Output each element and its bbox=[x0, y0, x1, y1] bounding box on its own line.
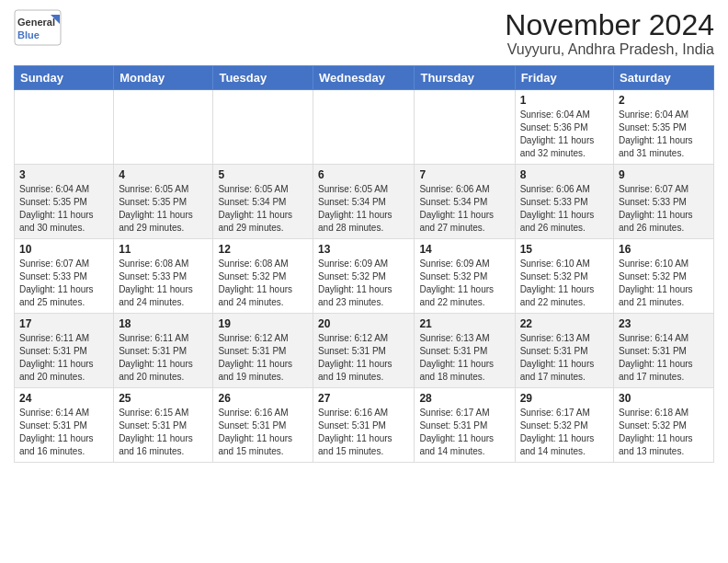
calendar-cell: 30Sunrise: 6:18 AMSunset: 5:32 PMDayligh… bbox=[614, 388, 714, 463]
day-number: 19 bbox=[218, 317, 308, 330]
calendar-cell: 24Sunrise: 6:14 AMSunset: 5:31 PMDayligh… bbox=[15, 388, 114, 463]
calendar-cell: 1Sunrise: 6:04 AMSunset: 5:36 PMDaylight… bbox=[515, 90, 613, 165]
day-info: Sunrise: 6:17 AMSunset: 5:31 PMDaylight:… bbox=[419, 407, 509, 458]
svg-text:General: General bbox=[17, 17, 55, 28]
title-section: November 2024 Vuyyuru, Andhra Pradesh, I… bbox=[505, 9, 714, 58]
calendar-cell: 8Sunrise: 6:06 AMSunset: 5:33 PMDaylight… bbox=[515, 165, 613, 239]
page: GeneralBlue November 2024 Vuyyuru, Andhr… bbox=[0, 0, 728, 472]
day-number: 16 bbox=[619, 243, 709, 256]
day-info: Sunrise: 6:10 AMSunset: 5:32 PMDaylight:… bbox=[520, 258, 609, 309]
logo: GeneralBlue bbox=[14, 9, 62, 46]
day-number: 14 bbox=[419, 243, 509, 256]
day-info: Sunrise: 6:14 AMSunset: 5:31 PMDaylight:… bbox=[19, 407, 108, 458]
calendar-header-row: SundayMondayTuesdayWednesdayThursdayFrid… bbox=[15, 66, 714, 90]
calendar-cell: 14Sunrise: 6:09 AMSunset: 5:32 PMDayligh… bbox=[415, 239, 515, 314]
calendar-cell bbox=[313, 90, 415, 165]
day-info: Sunrise: 6:11 AMSunset: 5:31 PMDaylight:… bbox=[19, 332, 108, 384]
calendar-cell: 5Sunrise: 6:05 AMSunset: 5:34 PMDaylight… bbox=[213, 165, 313, 239]
day-info: Sunrise: 6:14 AMSunset: 5:31 PMDaylight:… bbox=[619, 332, 709, 384]
day-info: Sunrise: 6:08 AMSunset: 5:32 PMDaylight:… bbox=[218, 258, 308, 309]
day-number: 27 bbox=[318, 392, 409, 405]
calendar-week-1: 1Sunrise: 6:04 AMSunset: 5:36 PMDaylight… bbox=[15, 90, 714, 165]
day-number: 6 bbox=[318, 168, 409, 181]
calendar-cell: 4Sunrise: 6:05 AMSunset: 5:35 PMDaylight… bbox=[114, 165, 213, 239]
weekday-header-monday: Monday bbox=[114, 66, 213, 90]
day-info: Sunrise: 6:07 AMSunset: 5:33 PMDaylight:… bbox=[19, 258, 108, 309]
day-number: 22 bbox=[520, 317, 609, 330]
weekday-header-thursday: Thursday bbox=[415, 66, 515, 90]
month-title: November 2024 bbox=[505, 9, 714, 41]
logo-icon: GeneralBlue bbox=[14, 9, 62, 46]
day-number: 23 bbox=[619, 317, 709, 330]
day-number: 21 bbox=[419, 317, 509, 330]
calendar-cell: 25Sunrise: 6:15 AMSunset: 5:31 PMDayligh… bbox=[114, 388, 213, 463]
calendar-week-3: 10Sunrise: 6:07 AMSunset: 5:33 PMDayligh… bbox=[15, 239, 714, 314]
calendar-cell bbox=[114, 90, 213, 165]
day-number: 29 bbox=[520, 392, 609, 405]
day-info: Sunrise: 6:04 AMSunset: 5:35 PMDaylight:… bbox=[619, 109, 709, 160]
calendar-cell: 16Sunrise: 6:10 AMSunset: 5:32 PMDayligh… bbox=[614, 239, 714, 314]
day-number: 26 bbox=[218, 392, 308, 405]
location-title: Vuyyuru, Andhra Pradesh, India bbox=[505, 41, 714, 58]
day-number: 18 bbox=[119, 317, 208, 330]
day-info: Sunrise: 6:05 AMSunset: 5:35 PMDaylight:… bbox=[119, 183, 208, 235]
weekday-header-friday: Friday bbox=[515, 66, 613, 90]
day-info: Sunrise: 6:18 AMSunset: 5:32 PMDaylight:… bbox=[619, 407, 709, 458]
day-number: 5 bbox=[218, 168, 308, 181]
calendar-cell: 18Sunrise: 6:11 AMSunset: 5:31 PMDayligh… bbox=[114, 314, 213, 388]
calendar-cell: 28Sunrise: 6:17 AMSunset: 5:31 PMDayligh… bbox=[415, 388, 515, 463]
calendar-cell: 12Sunrise: 6:08 AMSunset: 5:32 PMDayligh… bbox=[213, 239, 313, 314]
day-info: Sunrise: 6:13 AMSunset: 5:31 PMDaylight:… bbox=[520, 332, 609, 384]
weekday-header-saturday: Saturday bbox=[614, 66, 714, 90]
calendar-cell: 23Sunrise: 6:14 AMSunset: 5:31 PMDayligh… bbox=[614, 314, 714, 388]
day-info: Sunrise: 6:04 AMSunset: 5:35 PMDaylight:… bbox=[19, 183, 108, 235]
calendar-cell: 15Sunrise: 6:10 AMSunset: 5:32 PMDayligh… bbox=[515, 239, 613, 314]
day-number: 28 bbox=[419, 392, 509, 405]
day-number: 17 bbox=[19, 317, 108, 330]
calendar-week-5: 24Sunrise: 6:14 AMSunset: 5:31 PMDayligh… bbox=[15, 388, 714, 463]
weekday-header-tuesday: Tuesday bbox=[213, 66, 313, 90]
calendar-cell: 20Sunrise: 6:12 AMSunset: 5:31 PMDayligh… bbox=[313, 314, 415, 388]
calendar-table: SundayMondayTuesdayWednesdayThursdayFrid… bbox=[14, 65, 714, 463]
day-number: 3 bbox=[19, 168, 108, 181]
day-number: 4 bbox=[119, 168, 208, 181]
calendar-cell: 29Sunrise: 6:17 AMSunset: 5:32 PMDayligh… bbox=[515, 388, 613, 463]
day-number: 9 bbox=[619, 168, 709, 181]
calendar-week-4: 17Sunrise: 6:11 AMSunset: 5:31 PMDayligh… bbox=[15, 314, 714, 388]
day-number: 30 bbox=[619, 392, 709, 405]
calendar-cell bbox=[213, 90, 313, 165]
day-info: Sunrise: 6:13 AMSunset: 5:31 PMDaylight:… bbox=[419, 332, 509, 384]
calendar-cell: 26Sunrise: 6:16 AMSunset: 5:31 PMDayligh… bbox=[213, 388, 313, 463]
day-info: Sunrise: 6:08 AMSunset: 5:33 PMDaylight:… bbox=[119, 258, 208, 309]
svg-text:Blue: Blue bbox=[17, 29, 40, 40]
calendar-cell bbox=[15, 90, 114, 165]
calendar-cell: 11Sunrise: 6:08 AMSunset: 5:33 PMDayligh… bbox=[114, 239, 213, 314]
calendar-cell: 6Sunrise: 6:05 AMSunset: 5:34 PMDaylight… bbox=[313, 165, 415, 239]
day-info: Sunrise: 6:10 AMSunset: 5:32 PMDaylight:… bbox=[619, 258, 709, 309]
day-info: Sunrise: 6:05 AMSunset: 5:34 PMDaylight:… bbox=[318, 183, 409, 235]
day-number: 15 bbox=[520, 243, 609, 256]
day-info: Sunrise: 6:12 AMSunset: 5:31 PMDaylight:… bbox=[218, 332, 308, 384]
day-info: Sunrise: 6:05 AMSunset: 5:34 PMDaylight:… bbox=[218, 183, 308, 235]
calendar-cell: 21Sunrise: 6:13 AMSunset: 5:31 PMDayligh… bbox=[415, 314, 515, 388]
day-info: Sunrise: 6:04 AMSunset: 5:36 PMDaylight:… bbox=[520, 109, 609, 160]
day-number: 10 bbox=[19, 243, 108, 256]
day-number: 13 bbox=[318, 243, 409, 256]
day-number: 20 bbox=[318, 317, 409, 330]
calendar-cell: 27Sunrise: 6:16 AMSunset: 5:31 PMDayligh… bbox=[313, 388, 415, 463]
day-info: Sunrise: 6:12 AMSunset: 5:31 PMDaylight:… bbox=[318, 332, 409, 384]
day-number: 7 bbox=[419, 168, 509, 181]
day-info: Sunrise: 6:11 AMSunset: 5:31 PMDaylight:… bbox=[119, 332, 208, 384]
calendar-cell: 3Sunrise: 6:04 AMSunset: 5:35 PMDaylight… bbox=[15, 165, 114, 239]
day-info: Sunrise: 6:17 AMSunset: 5:32 PMDaylight:… bbox=[520, 407, 609, 458]
header: GeneralBlue November 2024 Vuyyuru, Andhr… bbox=[14, 9, 714, 58]
weekday-header-sunday: Sunday bbox=[15, 66, 114, 90]
weekday-header-wednesday: Wednesday bbox=[313, 66, 415, 90]
day-info: Sunrise: 6:16 AMSunset: 5:31 PMDaylight:… bbox=[218, 407, 308, 458]
calendar-cell: 17Sunrise: 6:11 AMSunset: 5:31 PMDayligh… bbox=[15, 314, 114, 388]
day-number: 25 bbox=[119, 392, 208, 405]
day-info: Sunrise: 6:06 AMSunset: 5:33 PMDaylight:… bbox=[520, 183, 609, 235]
calendar-cell: 2Sunrise: 6:04 AMSunset: 5:35 PMDaylight… bbox=[614, 90, 714, 165]
calendar-cell: 10Sunrise: 6:07 AMSunset: 5:33 PMDayligh… bbox=[15, 239, 114, 314]
day-info: Sunrise: 6:06 AMSunset: 5:34 PMDaylight:… bbox=[419, 183, 509, 235]
